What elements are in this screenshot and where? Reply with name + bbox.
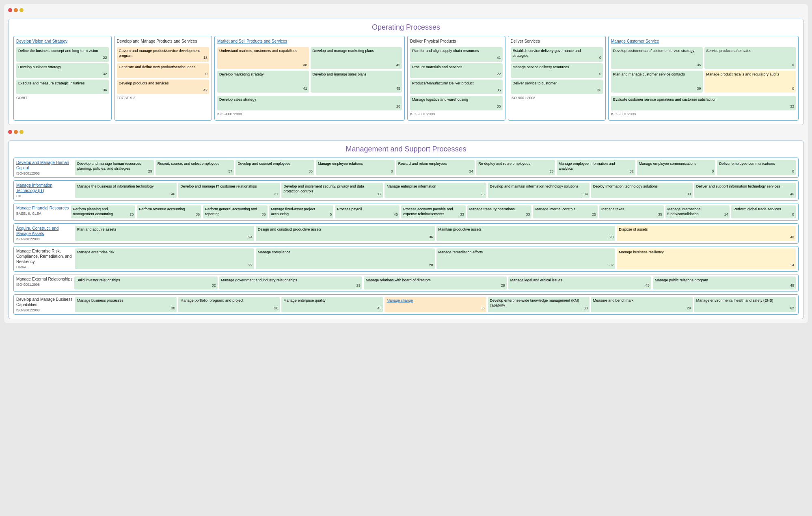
mgmt-title-capabilities: Develop and Manage Business Capabilities [16, 297, 73, 307]
mgmt-card: Develop and maintain information technol… [488, 183, 590, 198]
mgmt-label-assets: Acquire, Construct, and Manage Assets IS… [16, 226, 73, 241]
op-card: Develop and manage sales plans 45 [311, 71, 402, 93]
op-card: Plan for and align supply chain resource… [410, 47, 503, 62]
manage-change-link[interactable]: Manage change [387, 298, 413, 302]
mgmt-row-finance: Manage Financial Resources BASEL II, GLB… [13, 203, 799, 221]
mgmt-card: Manage enterprise quality43 [281, 297, 383, 312]
mgmt-card: Maintain productive assets28 [436, 226, 615, 241]
mgmt-card: Develop and manage IT customer relations… [178, 183, 280, 198]
mgmt-card: Manage legal and ethical issues45 [508, 276, 651, 289]
op-card: Execute and measure strategic initiative… [16, 80, 109, 94]
mgmt-card: Manage employee relations0 [316, 160, 395, 175]
op-col-physical: Deliver Physical Products Plan for and a… [407, 36, 505, 121]
op-card: Manage logistics and warehousing 35 [410, 96, 503, 110]
dot-orange [14, 8, 18, 12]
mgmt-card: Perform revenue accounting36 [137, 205, 201, 218]
mgmt-card: Manage fixed-asset project accounting5 [269, 205, 334, 218]
op-card: Manage product recalls and regulatory au… [704, 71, 796, 93]
mgmt-card: Build investor relationships32 [74, 276, 217, 289]
op-col-products: Develop and Manage Products and Services… [114, 36, 212, 121]
operating-processes-section: Operating Processes Develop Vision and S… [8, 19, 804, 125]
op-card: Deliver service to customer 36 [511, 80, 603, 94]
mgmt-row-capabilities: Develop and Manage Business Capabilities… [13, 294, 799, 315]
op-card: Generate and define new product/service … [117, 63, 209, 78]
op-col-vision: Develop Vision and Strategy Define the b… [13, 36, 112, 121]
op-col-customer-sub: ISO-9001:2008 [611, 112, 796, 116]
op-col-market-title[interactable]: Market and Sell Products and Services [217, 39, 402, 44]
op-col-customer-title[interactable]: Manage Customer Service [611, 39, 796, 44]
op-card: Produce/Manufacture/ Deliver product 35 [410, 80, 503, 94]
op-card: Develop customer care/ customer service … [611, 47, 703, 69]
mgmt-card: Manage enterprise information25 [384, 183, 486, 198]
mgmt-card: Manage compliance28 [256, 248, 435, 269]
op-col-services-sub: ISO-9001:2008 [511, 96, 603, 100]
mgmt-card: Manage public relations program49 [653, 276, 796, 289]
op-col-products-sub: TOGAF 9.2 [117, 96, 209, 100]
mgmt-cards-external: Build investor relationships32 Manage go… [74, 276, 796, 289]
op-col-vision-title[interactable]: Develop Vision and Strategy [16, 39, 109, 44]
mgmt-cards-risk: Manage enterprise risk22 Manage complian… [75, 248, 796, 269]
dot-yellow [19, 8, 24, 12]
op-card: Develop business strategy 32 [16, 63, 109, 78]
mgmt-card: Manage business resiliency14 [617, 248, 796, 269]
mgmt-card: Manage portfolio, program, and project28 [178, 297, 280, 312]
mgmt-card: Develop and implement security, privacy … [281, 183, 383, 198]
mgmt-cards-human: Develop and manage human resources plann… [75, 160, 796, 175]
mgmt-card: Design and construct productive assets36 [256, 226, 435, 241]
mgmt-card: Manage business processes30 [75, 297, 177, 312]
mgmt-title-human[interactable]: Develop and Manage Human Capital [16, 160, 73, 171]
mgmt-card: Deploy information technology solutions3… [591, 183, 693, 198]
mgmt-card: Deliver employee communications0 [717, 160, 796, 175]
mgmt-sub-human: ISO-9001:2008 [16, 171, 73, 175]
mgmt-title-risk: Manage Enterprise Risk, Compliance, Reme… [16, 248, 73, 264]
op-col-customer: Manage Customer Service Develop customer… [608, 36, 799, 121]
dot-yellow-2 [19, 130, 24, 134]
dot-red [8, 8, 12, 12]
op-col-vision-sub: COBIT [16, 96, 109, 100]
mgmt-card: Process accounts payable and expense rei… [401, 205, 466, 218]
op-col-services-title: Deliver Services [511, 39, 603, 44]
mgmt-cards-assets: Plan and acquire assets24 Design and con… [75, 226, 796, 241]
mgmt-card: Deliver and support information technolo… [694, 183, 796, 198]
dot-orange-2 [14, 130, 18, 134]
mgmt-sub-assets: ISO-9001:2008 [16, 237, 73, 241]
mgmt-row-external: Manage External Relationships ISO-9001:2… [13, 274, 799, 292]
mgmt-card: Manage internal controls25 [533, 205, 598, 218]
mgmt-title-assets[interactable]: Acquire, Construct, and Manage Assets [16, 226, 73, 236]
mgmt-card: Manage the business of information techn… [75, 183, 177, 198]
op-market-grid: Understand markets, customers and capabi… [217, 47, 402, 93]
op-card: Manage service delivery resources 0 [511, 63, 603, 78]
mgmt-card: Manage enterprise risk22 [75, 248, 254, 269]
mgmt-sub-risk: HIPAA [16, 265, 73, 269]
mgmt-title-external: Manage External Relationships [16, 276, 72, 282]
op-card: Develop and manage marketing plans 45 [311, 47, 402, 69]
mgmt-title-finance[interactable]: Manage Financial Resources [16, 205, 69, 211]
mgmt-card: Plan and acquire assets24 [75, 226, 254, 241]
mgmt-row-it: Manage Information Technology (IT) ITIL … [13, 180, 799, 201]
window-dots-2 [8, 130, 804, 134]
mgmt-card: Manage international funds/consolidation… [665, 205, 730, 218]
management-grid: Develop and Manage Human Capital ISO-900… [13, 158, 799, 315]
mgmt-title-it[interactable]: Manage Information Technology (IT) [16, 183, 73, 193]
mgmt-card: Manage employee communications0 [637, 160, 716, 175]
op-card: Procure materials and services 22 [410, 63, 503, 78]
op-card: Plan and manage customer service contact… [611, 71, 703, 93]
mgmt-row-assets: Acquire, Construct, and Manage Assets IS… [13, 223, 799, 244]
op-card: Develop sales strategy 26 [217, 96, 402, 110]
management-processes-section: Management and Support Processes Develop… [8, 140, 804, 319]
management-title: Management and Support Processes [13, 145, 799, 153]
mgmt-card: Manage employee information and analytic… [557, 160, 635, 175]
mgmt-card: Manage taxes35 [599, 205, 664, 218]
mgmt-label-it: Manage Information Technology (IT) ITIL [16, 183, 73, 198]
operating-grid: Develop Vision and Strategy Define the b… [13, 36, 799, 121]
mgmt-cards-finance: Perform planning and management accounti… [71, 205, 796, 218]
mgmt-card: Develop and manage human resources plann… [75, 160, 154, 175]
mgmt-card: Recruit, source, and select employees57 [155, 160, 234, 175]
mgmt-card: Measure and benchmark29 [591, 297, 693, 312]
mgmt-card: Re-deploy and retire employees33 [476, 160, 555, 175]
op-card: Evaluate customer service operations and… [611, 96, 796, 110]
mgmt-card: Manage government and industry relations… [219, 276, 362, 289]
op-card: Establish service delivery governance an… [511, 47, 603, 62]
dot-red-2 [8, 130, 12, 134]
op-col-market: Market and Sell Products and Services Un… [214, 36, 405, 121]
